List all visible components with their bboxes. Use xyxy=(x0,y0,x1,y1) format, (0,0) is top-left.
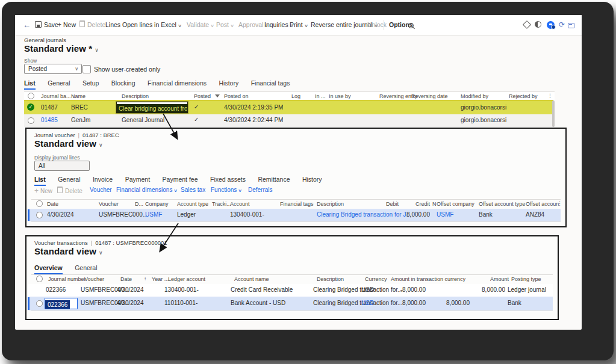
open-lines-in-excel-button[interactable]: Open lines in Excel∨ xyxy=(122,15,181,35)
tab-history[interactable]: History xyxy=(219,79,239,88)
tab-general[interactable]: General xyxy=(48,79,70,88)
company-link[interactable]: USMF xyxy=(145,211,162,218)
col-year[interactable]: Year ... xyxy=(152,276,169,282)
col-account[interactable]: Account xyxy=(230,201,250,207)
col-rejected-by[interactable]: Rejected by xyxy=(509,93,538,99)
save-button[interactable]: Save xyxy=(35,15,58,35)
tab-general[interactable]: General xyxy=(75,264,97,273)
col-journal-number[interactable]: Journal number xyxy=(48,276,86,282)
col-reversing-date[interactable]: Reversing date xyxy=(411,93,448,99)
col-journal-batch[interactable]: Journal ba... ↓ xyxy=(41,93,75,99)
row-radio[interactable] xyxy=(36,212,43,218)
financial-dimensions-button[interactable]: Financial dimensions∨ xyxy=(116,187,178,193)
panel-title[interactable]: Standard view∨ xyxy=(34,246,103,257)
show-filter-dropdown[interactable]: Posted∨ xyxy=(24,64,82,74)
delete-line-button[interactable]: Delete xyxy=(57,187,82,194)
col-date[interactable]: Date xyxy=(120,276,132,282)
row-radio[interactable] xyxy=(36,300,43,307)
col-posting-type[interactable]: Posting type xyxy=(511,276,541,282)
journal-number-editbox[interactable]: 022366 xyxy=(45,298,78,309)
col-company[interactable]: Company xyxy=(145,201,169,207)
display-journal-lines-dropdown[interactable]: All xyxy=(34,161,90,171)
inquiries-button[interactable]: Inquiries∨ xyxy=(264,15,293,35)
refresh-button[interactable]: ⟳ xyxy=(559,15,565,35)
panel-title[interactable]: Standard view∨ xyxy=(34,138,103,149)
tab-invoice[interactable]: Invoice xyxy=(93,176,113,185)
description-link[interactable]: Clearing Bridged transaction for J... xyxy=(317,211,411,218)
col-voucher[interactable]: Voucher xyxy=(99,201,119,207)
tab-list[interactable]: List xyxy=(34,176,46,186)
delete-button[interactable]: Delete xyxy=(79,15,105,35)
col-debit[interactable]: Debit xyxy=(381,201,399,207)
show-user-created-checkbox[interactable] xyxy=(82,65,91,73)
tab-overview[interactable]: Overview xyxy=(34,264,63,274)
col-n[interactable]: N xyxy=(432,201,437,207)
col-description[interactable]: Description xyxy=(317,201,344,207)
select-all-radio[interactable] xyxy=(28,93,34,99)
col-offset-account[interactable]: Offset accoun xyxy=(526,201,559,207)
filter-funnel-icon[interactable] xyxy=(215,94,220,97)
col-posted[interactable]: Posted xyxy=(194,93,211,99)
col-in-use-by[interactable]: In use by xyxy=(329,93,351,99)
col-description[interactable]: Description xyxy=(317,276,344,282)
col-currency[interactable]: Currency xyxy=(365,276,387,282)
journal-row[interactable]: 01485 GenJm General Journal ✓ 4/30/2024 … xyxy=(24,114,553,127)
panels-button[interactable] xyxy=(535,16,541,35)
col-amount-txn[interactable]: Amount in transaction currency xyxy=(391,276,457,282)
print-button[interactable]: Print∨ xyxy=(290,15,308,35)
tab-general[interactable]: General xyxy=(58,176,80,185)
tab-list[interactable]: List xyxy=(24,79,36,90)
voucher-button[interactable]: Voucher xyxy=(90,187,112,193)
lines-button[interactable]: Lines xyxy=(105,15,120,35)
row-radio[interactable] xyxy=(28,117,34,124)
post-button[interactable]: Post∨ xyxy=(216,15,234,35)
deferrals-button[interactable]: Deferrals xyxy=(248,187,273,193)
col-voucher[interactable]: Voucher xyxy=(84,276,104,282)
page-title[interactable]: Standard view *∨ xyxy=(24,43,99,54)
col-tracking[interactable]: Tracki... xyxy=(212,201,231,207)
tab-blocking[interactable]: Blocking xyxy=(111,79,135,88)
col-offset-company[interactable]: Offset company xyxy=(437,201,474,207)
col-financial-tags[interactable]: Financial tags xyxy=(280,201,314,207)
functions-button[interactable]: Functions∨ xyxy=(211,187,241,193)
col-in[interactable]: In ... xyxy=(315,93,326,99)
col-account-name[interactable]: Account name xyxy=(234,276,269,282)
col-d[interactable]: D... xyxy=(135,201,143,207)
col-description[interactable]: Description xyxy=(122,93,149,99)
tab-setup[interactable]: Setup xyxy=(82,79,99,88)
copilot-button[interactable] xyxy=(524,16,530,35)
more-columns-icon[interactable]: ⋮ xyxy=(547,93,553,99)
tab-financial-dimensions[interactable]: Financial dimensions xyxy=(148,79,207,88)
popout-button[interactable] xyxy=(568,16,574,35)
tab-financial-tags[interactable]: Financial tags xyxy=(251,79,290,88)
col-name[interactable]: Name xyxy=(71,93,86,99)
journal-number-link[interactable]: 01485 xyxy=(41,117,58,123)
sales-tax-button[interactable]: Sales tax xyxy=(181,187,205,193)
col-log[interactable]: Log xyxy=(291,93,300,99)
description-editbox[interactable]: Clear bridging account from recon xyxy=(116,102,188,113)
tab-history[interactable]: History xyxy=(302,176,322,185)
col-offset-account-type[interactable]: Offset account type xyxy=(479,201,525,207)
search-button[interactable] xyxy=(408,15,414,35)
voucher-row-selected[interactable]: 4/30/2024 USMFBREC000... USMF Ledger 130… xyxy=(28,209,561,221)
col-posted-on[interactable]: Posted on xyxy=(224,93,249,99)
messages-button[interactable] xyxy=(547,17,555,37)
col-amount[interactable]: Amount xyxy=(479,276,509,282)
new-button[interactable]: +New xyxy=(57,15,76,35)
col-ledger-account[interactable]: Ledger account xyxy=(168,276,205,282)
col-credit[interactable]: Credit xyxy=(400,201,430,207)
journal-row-selected[interactable]: ✓ 01487 BREC Clear bridging account from… xyxy=(24,100,553,116)
more-columns-icon[interactable]: ⋮ xyxy=(557,200,562,206)
col-account-type[interactable]: Account type xyxy=(177,201,208,207)
row-selected-check-icon[interactable]: ✓ xyxy=(27,103,34,111)
transaction-row[interactable]: 022366 USMFBREC000... 4/30/2024 130400-0… xyxy=(28,284,553,297)
tab-remittance[interactable]: Remittance xyxy=(258,176,290,185)
grid-vertical-scrollbar[interactable] xyxy=(552,100,555,127)
col-modified-by[interactable]: Modified by xyxy=(461,93,488,99)
col-date[interactable]: Date xyxy=(47,201,58,207)
transaction-row-selected[interactable]: 022366 USMFBREC000... 4/30/2024 110110-0… xyxy=(28,297,553,310)
back-button[interactable]: ← xyxy=(23,15,31,35)
tab-payment[interactable]: Payment xyxy=(125,176,150,185)
validate-button[interactable]: Validate∨ xyxy=(187,15,214,35)
select-all-radio[interactable] xyxy=(36,276,43,282)
